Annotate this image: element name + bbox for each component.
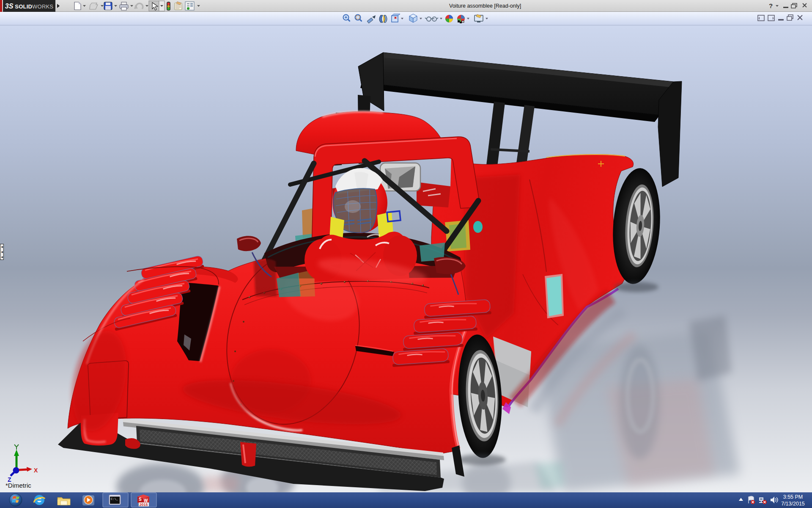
svg-text:?: ? <box>769 2 773 9</box>
svg-text:X: X <box>34 467 38 474</box>
svg-text:C:\_: C:\_ <box>111 497 118 501</box>
svg-text:Z: Z <box>8 476 11 483</box>
svg-text:S: S <box>139 497 142 502</box>
svg-text:2015: 2015 <box>140 502 148 507</box>
